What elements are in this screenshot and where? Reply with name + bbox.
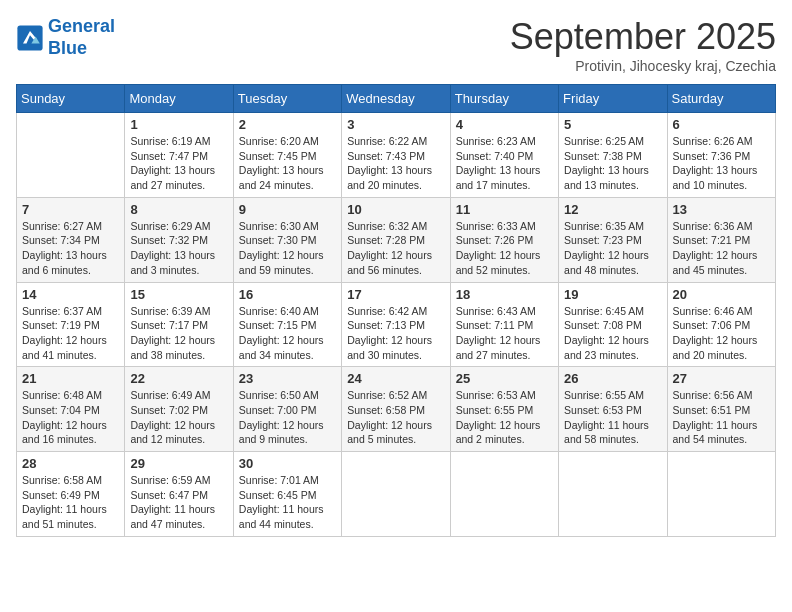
day-cell: 5Sunrise: 6:25 AM Sunset: 7:38 PM Daylig… [559, 113, 667, 198]
day-info: Sunrise: 6:52 AM Sunset: 6:58 PM Dayligh… [347, 388, 444, 447]
day-info: Sunrise: 6:32 AM Sunset: 7:28 PM Dayligh… [347, 219, 444, 278]
day-number: 6 [673, 117, 770, 132]
day-number: 12 [564, 202, 661, 217]
day-info: Sunrise: 6:42 AM Sunset: 7:13 PM Dayligh… [347, 304, 444, 363]
day-info: Sunrise: 6:53 AM Sunset: 6:55 PM Dayligh… [456, 388, 553, 447]
day-info: Sunrise: 6:59 AM Sunset: 6:47 PM Dayligh… [130, 473, 227, 532]
day-cell: 18Sunrise: 6:43 AM Sunset: 7:11 PM Dayli… [450, 282, 558, 367]
day-cell: 14Sunrise: 6:37 AM Sunset: 7:19 PM Dayli… [17, 282, 125, 367]
day-cell: 28Sunrise: 6:58 AM Sunset: 6:49 PM Dayli… [17, 452, 125, 537]
day-cell: 22Sunrise: 6:49 AM Sunset: 7:02 PM Dayli… [125, 367, 233, 452]
month-title: September 2025 [510, 16, 776, 58]
day-number: 2 [239, 117, 336, 132]
title-block: September 2025 Protivin, Jihocesky kraj,… [510, 16, 776, 74]
day-cell: 11Sunrise: 6:33 AM Sunset: 7:26 PM Dayli… [450, 197, 558, 282]
day-cell: 2Sunrise: 6:20 AM Sunset: 7:45 PM Daylig… [233, 113, 341, 198]
week-row-5: 28Sunrise: 6:58 AM Sunset: 6:49 PM Dayli… [17, 452, 776, 537]
day-cell [559, 452, 667, 537]
day-cell [667, 452, 775, 537]
location-subtitle: Protivin, Jihocesky kraj, Czechia [510, 58, 776, 74]
day-number: 1 [130, 117, 227, 132]
weekday-header-row: SundayMondayTuesdayWednesdayThursdayFrid… [17, 85, 776, 113]
day-info: Sunrise: 7:01 AM Sunset: 6:45 PM Dayligh… [239, 473, 336, 532]
day-cell: 17Sunrise: 6:42 AM Sunset: 7:13 PM Dayli… [342, 282, 450, 367]
day-info: Sunrise: 6:19 AM Sunset: 7:47 PM Dayligh… [130, 134, 227, 193]
day-number: 4 [456, 117, 553, 132]
day-number: 21 [22, 371, 119, 386]
day-info: Sunrise: 6:33 AM Sunset: 7:26 PM Dayligh… [456, 219, 553, 278]
weekday-header-monday: Monday [125, 85, 233, 113]
day-number: 9 [239, 202, 336, 217]
logo-line1: General [48, 16, 115, 36]
day-cell: 7Sunrise: 6:27 AM Sunset: 7:34 PM Daylig… [17, 197, 125, 282]
day-info: Sunrise: 6:46 AM Sunset: 7:06 PM Dayligh… [673, 304, 770, 363]
day-number: 5 [564, 117, 661, 132]
day-cell: 13Sunrise: 6:36 AM Sunset: 7:21 PM Dayli… [667, 197, 775, 282]
day-number: 8 [130, 202, 227, 217]
day-number: 16 [239, 287, 336, 302]
day-number: 13 [673, 202, 770, 217]
day-cell: 21Sunrise: 6:48 AM Sunset: 7:04 PM Dayli… [17, 367, 125, 452]
weekday-header-thursday: Thursday [450, 85, 558, 113]
day-cell: 24Sunrise: 6:52 AM Sunset: 6:58 PM Dayli… [342, 367, 450, 452]
day-info: Sunrise: 6:35 AM Sunset: 7:23 PM Dayligh… [564, 219, 661, 278]
day-cell: 9Sunrise: 6:30 AM Sunset: 7:30 PM Daylig… [233, 197, 341, 282]
day-cell: 15Sunrise: 6:39 AM Sunset: 7:17 PM Dayli… [125, 282, 233, 367]
day-number: 20 [673, 287, 770, 302]
day-info: Sunrise: 6:55 AM Sunset: 6:53 PM Dayligh… [564, 388, 661, 447]
day-number: 25 [456, 371, 553, 386]
week-row-3: 14Sunrise: 6:37 AM Sunset: 7:19 PM Dayli… [17, 282, 776, 367]
week-row-1: 1Sunrise: 6:19 AM Sunset: 7:47 PM Daylig… [17, 113, 776, 198]
day-cell: 12Sunrise: 6:35 AM Sunset: 7:23 PM Dayli… [559, 197, 667, 282]
day-info: Sunrise: 6:43 AM Sunset: 7:11 PM Dayligh… [456, 304, 553, 363]
day-info: Sunrise: 6:48 AM Sunset: 7:04 PM Dayligh… [22, 388, 119, 447]
day-number: 28 [22, 456, 119, 471]
day-number: 29 [130, 456, 227, 471]
day-number: 10 [347, 202, 444, 217]
day-cell: 23Sunrise: 6:50 AM Sunset: 7:00 PM Dayli… [233, 367, 341, 452]
day-info: Sunrise: 6:36 AM Sunset: 7:21 PM Dayligh… [673, 219, 770, 278]
day-cell: 1Sunrise: 6:19 AM Sunset: 7:47 PM Daylig… [125, 113, 233, 198]
logo-line2: Blue [48, 38, 87, 58]
day-number: 26 [564, 371, 661, 386]
day-number: 15 [130, 287, 227, 302]
day-cell: 29Sunrise: 6:59 AM Sunset: 6:47 PM Dayli… [125, 452, 233, 537]
day-cell [17, 113, 125, 198]
day-info: Sunrise: 6:50 AM Sunset: 7:00 PM Dayligh… [239, 388, 336, 447]
day-info: Sunrise: 6:23 AM Sunset: 7:40 PM Dayligh… [456, 134, 553, 193]
day-cell: 26Sunrise: 6:55 AM Sunset: 6:53 PM Dayli… [559, 367, 667, 452]
day-cell: 19Sunrise: 6:45 AM Sunset: 7:08 PM Dayli… [559, 282, 667, 367]
week-row-2: 7Sunrise: 6:27 AM Sunset: 7:34 PM Daylig… [17, 197, 776, 282]
day-number: 22 [130, 371, 227, 386]
day-info: Sunrise: 6:56 AM Sunset: 6:51 PM Dayligh… [673, 388, 770, 447]
day-cell [342, 452, 450, 537]
day-info: Sunrise: 6:39 AM Sunset: 7:17 PM Dayligh… [130, 304, 227, 363]
logo: General Blue [16, 16, 115, 59]
day-cell: 10Sunrise: 6:32 AM Sunset: 7:28 PM Dayli… [342, 197, 450, 282]
day-info: Sunrise: 6:26 AM Sunset: 7:36 PM Dayligh… [673, 134, 770, 193]
weekday-header-wednesday: Wednesday [342, 85, 450, 113]
day-cell: 25Sunrise: 6:53 AM Sunset: 6:55 PM Dayli… [450, 367, 558, 452]
day-cell [450, 452, 558, 537]
day-cell: 3Sunrise: 6:22 AM Sunset: 7:43 PM Daylig… [342, 113, 450, 198]
day-number: 14 [22, 287, 119, 302]
day-cell: 27Sunrise: 6:56 AM Sunset: 6:51 PM Dayli… [667, 367, 775, 452]
day-number: 7 [22, 202, 119, 217]
page-header: General Blue September 2025 Protivin, Ji… [16, 16, 776, 74]
day-info: Sunrise: 6:58 AM Sunset: 6:49 PM Dayligh… [22, 473, 119, 532]
day-info: Sunrise: 6:30 AM Sunset: 7:30 PM Dayligh… [239, 219, 336, 278]
day-info: Sunrise: 6:40 AM Sunset: 7:15 PM Dayligh… [239, 304, 336, 363]
svg-rect-0 [17, 25, 42, 50]
day-info: Sunrise: 6:22 AM Sunset: 7:43 PM Dayligh… [347, 134, 444, 193]
day-number: 19 [564, 287, 661, 302]
day-info: Sunrise: 6:37 AM Sunset: 7:19 PM Dayligh… [22, 304, 119, 363]
day-info: Sunrise: 6:25 AM Sunset: 7:38 PM Dayligh… [564, 134, 661, 193]
week-row-4: 21Sunrise: 6:48 AM Sunset: 7:04 PM Dayli… [17, 367, 776, 452]
calendar-table: SundayMondayTuesdayWednesdayThursdayFrid… [16, 84, 776, 537]
weekday-header-sunday: Sunday [17, 85, 125, 113]
day-number: 30 [239, 456, 336, 471]
day-number: 27 [673, 371, 770, 386]
day-number: 18 [456, 287, 553, 302]
weekday-header-tuesday: Tuesday [233, 85, 341, 113]
weekday-header-friday: Friday [559, 85, 667, 113]
